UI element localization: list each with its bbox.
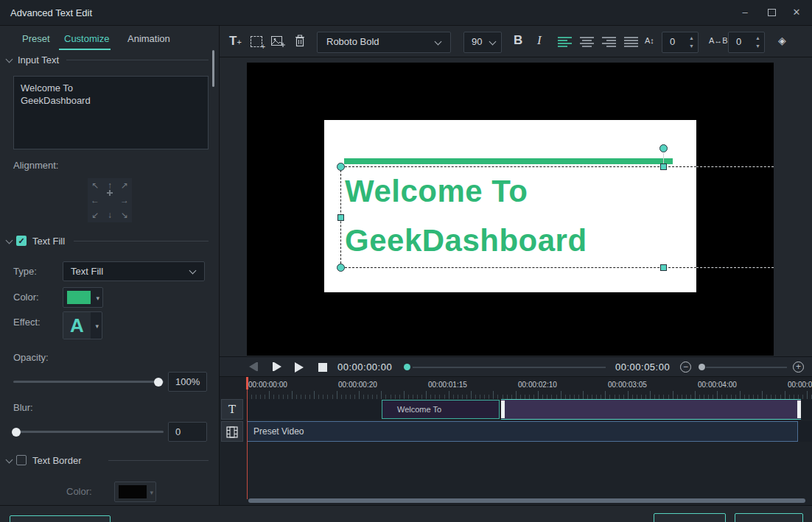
fill-effect-button[interactable]: A ▾ xyxy=(63,311,102,339)
minimize-button[interactable]: – xyxy=(737,6,753,19)
zoom-in-icon[interactable]: + xyxy=(793,361,804,373)
zoom-out-icon[interactable]: − xyxy=(680,361,691,373)
effect-preview: A xyxy=(63,312,91,339)
ruler-label: 00:00:02:10 xyxy=(518,381,557,389)
add-text-box-icon[interactable]: + xyxy=(251,36,262,47)
preview-canvas[interactable]: Welcome To GeekDashboard xyxy=(247,63,774,356)
bold-button[interactable]: B xyxy=(514,33,522,48)
play-button[interactable] xyxy=(295,362,304,373)
blur-value[interactable]: 0 xyxy=(168,422,207,442)
handle-mid-left[interactable] xyxy=(337,214,344,221)
title-bar: Advanced Text Edit – ✕ xyxy=(0,0,812,26)
playhead-marker[interactable] xyxy=(246,377,248,389)
blur-slider-handle[interactable] xyxy=(12,428,21,437)
text-toolbar: T+ + Roboto Bold 90 B I A↕ 0 ▲▼ A↔B 0 ▲▼ xyxy=(220,26,812,57)
tab-customize[interactable]: Customize xyxy=(64,33,109,44)
opacity-slider-handle[interactable] xyxy=(154,378,163,387)
align-right-icon[interactable]: → xyxy=(117,193,132,208)
tab-preset[interactable]: Preset xyxy=(22,33,50,44)
letter-spacing-input[interactable]: 0 ▲▼ xyxy=(728,32,765,53)
next-frame-button[interactable] xyxy=(273,362,281,371)
close-button[interactable]: ✕ xyxy=(788,6,805,19)
align-right-button[interactable] xyxy=(602,37,616,47)
chevron-down-icon[interactable] xyxy=(6,56,13,63)
align-bottom-right-icon[interactable]: ↘ xyxy=(117,208,132,222)
ruler-label: 00:00:01:15 xyxy=(428,381,467,389)
fill-color-button[interactable]: ▾ xyxy=(63,287,103,308)
previous-frame-button[interactable] xyxy=(249,362,258,371)
align-bottom-left-icon[interactable]: ↙ xyxy=(88,208,102,222)
fill-type-select[interactable]: Text Fill xyxy=(63,261,205,281)
canvas-text-line1[interactable]: Welcome To xyxy=(345,174,528,209)
selected-text-clip[interactable] xyxy=(501,399,801,420)
spinner-arrows-icon[interactable]: ▲▼ xyxy=(755,34,760,50)
advanced-text-edit-dialog: Advanced Text Edit – ✕ Preset Customize … xyxy=(0,0,812,522)
spinner-arrows-icon[interactable]: ▲▼ xyxy=(689,34,694,50)
letter-spacing-icon[interactable]: A↔B xyxy=(709,36,728,45)
handle-bottom-left[interactable] xyxy=(337,264,345,272)
video-track-header[interactable] xyxy=(221,421,243,442)
timeline-zoom-track[interactable] xyxy=(706,367,787,368)
clip-trim-handle-left[interactable] xyxy=(501,401,505,418)
add-image-icon[interactable] xyxy=(271,36,285,50)
scrubber-track[interactable] xyxy=(413,367,606,368)
fill-type-value: Text Fill xyxy=(71,266,103,277)
align-left-icon[interactable]: ← xyxy=(88,193,102,208)
ruler-label: 00:00:00:20 xyxy=(338,381,377,389)
font-size-select[interactable]: 90 xyxy=(463,32,502,53)
tab-animation[interactable]: Animation xyxy=(127,33,170,44)
text-border-checkbox[interactable] xyxy=(16,455,27,465)
bottom-left-button[interactable] xyxy=(10,515,111,522)
panel-scrollbar[interactable] xyxy=(212,50,214,87)
text-top-bar xyxy=(344,158,673,164)
align-bottom-icon[interactable]: ↓ xyxy=(102,208,117,222)
italic-button[interactable]: I xyxy=(537,33,542,48)
stop-button[interactable] xyxy=(318,363,327,372)
maximize-button[interactable] xyxy=(763,6,780,19)
delete-icon[interactable] xyxy=(295,35,305,49)
align-top-left-icon[interactable]: ↖ xyxy=(88,178,102,193)
align-top-right-icon[interactable]: ↗ xyxy=(117,178,132,193)
text-fill-checkbox[interactable]: ✓ xyxy=(16,236,27,246)
selection-top-line-ext xyxy=(696,166,774,167)
timeline-horizontal-scrollbar[interactable] xyxy=(248,498,805,503)
previous-frame-icon xyxy=(249,362,256,371)
handle-top-right[interactable] xyxy=(660,163,667,170)
line-spacing-input[interactable]: 0 ▲▼ xyxy=(662,32,699,53)
border-color-button[interactable]: ▾ xyxy=(114,482,156,502)
bottom-cancel-button[interactable] xyxy=(735,513,803,522)
text-clip[interactable]: Welcome To xyxy=(382,400,500,419)
timeline-ruler[interactable]: 00:00:00:00 00:00:00:20 00:00:01:15 00:0… xyxy=(220,377,812,399)
line-spacing-icon[interactable]: A↕ xyxy=(645,36,654,45)
align-left-button[interactable] xyxy=(558,37,572,47)
playhead-line[interactable] xyxy=(247,377,248,499)
opacity-slider-track[interactable] xyxy=(13,381,164,383)
video-clip[interactable]: Preset Video xyxy=(247,421,798,442)
add-text-icon[interactable]: T+ xyxy=(229,34,242,49)
handle-top-left[interactable] xyxy=(337,163,345,171)
handle-bottom-right[interactable] xyxy=(660,264,667,271)
clip-trim-handle-right[interactable] xyxy=(797,401,801,418)
align-justify-button[interactable] xyxy=(624,37,638,47)
scrubber-playhead[interactable] xyxy=(404,364,410,370)
timeline-zoom-handle[interactable] xyxy=(699,364,705,370)
input-text-field[interactable]: Welcome To GeekDashboard xyxy=(13,76,209,149)
dropdown-arrow-icon: ▾ xyxy=(150,489,153,496)
font-family-select[interactable]: Roboto Bold xyxy=(317,32,451,53)
text-track-header[interactable]: T xyxy=(221,399,243,420)
opacity-value[interactable]: 100% xyxy=(168,372,207,392)
chevron-down-icon[interactable] xyxy=(6,456,13,464)
bottom-ok-button[interactable] xyxy=(654,513,726,522)
diamond-keyframe-icon[interactable]: ◈ xyxy=(778,35,786,46)
dropdown-arrow-icon: ▾ xyxy=(96,294,99,302)
blur-slider-track[interactable] xyxy=(13,431,164,433)
align-center-icon[interactable] xyxy=(102,193,117,208)
canvas-text-line2[interactable]: GeekDashboard xyxy=(345,223,587,258)
chevron-down-icon[interactable] xyxy=(6,237,13,244)
current-time: 00:00:00:00 xyxy=(337,361,392,373)
align-center-button[interactable] xyxy=(580,37,594,47)
opacity-label: Opacity: xyxy=(13,352,49,363)
rotation-handle[interactable] xyxy=(659,144,668,152)
ruler-label: 00:00:04: xyxy=(788,381,812,389)
ruler-label: 00:00:00:00 xyxy=(248,381,287,389)
